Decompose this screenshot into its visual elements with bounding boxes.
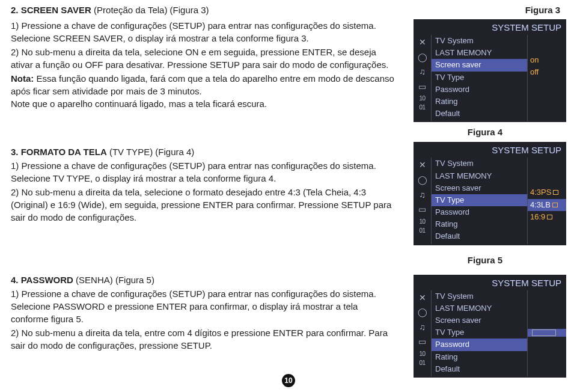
- tools-icon: ✕: [419, 292, 426, 304]
- ten-icon: 10: [419, 219, 425, 225]
- menu-tv-system: TV System: [435, 35, 526, 47]
- menu-tv-type: TV Type: [435, 72, 526, 84]
- aspect-icon: [547, 215, 552, 219]
- music-icon: ♫: [419, 66, 426, 78]
- menu-rating: Rating: [435, 351, 526, 363]
- menu-tv-type: TV Type: [432, 194, 527, 206]
- menu-default: Default: [435, 230, 526, 242]
- section-4-title: 4. PASSWORD: [11, 275, 73, 285]
- ten-icon: 10: [419, 351, 425, 357]
- zeroone-icon: 01: [419, 105, 425, 111]
- section-3-para-1: 1) Pressione a chave de configurações (S…: [11, 159, 395, 185]
- password-entry-box: [532, 329, 556, 336]
- section-2-subtitle: (Proteção da Tela) (Figura 3): [91, 5, 209, 15]
- osd-values: [528, 290, 566, 376]
- section-4-subtitle: (SENHA) (Figura 5): [73, 275, 154, 285]
- menu-tv-type: TV Type: [435, 326, 526, 338]
- value-169: 16:9: [530, 211, 564, 223]
- value-43ps: 4:3PS: [530, 186, 564, 198]
- figure-4-label: Figura 4: [404, 126, 566, 138]
- menu-screen-saver: Screen saver: [432, 59, 527, 71]
- value-on: on: [530, 54, 564, 66]
- section-2-para-2: 2) No sub-menu a direita da tela, seleci…: [11, 46, 395, 71]
- section-3-title: 3. FORMATO DA TELA: [11, 147, 107, 157]
- osd-menu: TV System LAST MEMONY Screen saver TV Ty…: [432, 158, 528, 243]
- menu-password: Password: [432, 338, 527, 351]
- osd-header: SYSTEM SETUP: [414, 19, 566, 35]
- figure-3-label: Figura 3: [404, 4, 566, 16]
- osd-values: 4:3PS 4:3LB 16:9: [528, 158, 566, 243]
- osd-menu: TV System LAST MEMONY Screen saver TV Ty…: [432, 290, 528, 376]
- menu-rating: Rating: [435, 218, 526, 230]
- page-number: 10: [282, 374, 295, 387]
- speech-icon: ◯: [418, 52, 427, 64]
- rect-icon: ▭: [418, 204, 426, 216]
- rect-icon: ▭: [418, 81, 426, 93]
- section-3-subtitle: (TV TYPE) (Figura 4): [107, 147, 195, 157]
- zeroone-icon: 01: [419, 228, 425, 234]
- menu-tv-system: TV System: [435, 158, 526, 170]
- osd-values: on off: [528, 35, 566, 121]
- menu-tv-system: TV System: [435, 290, 526, 302]
- menu-password: Password: [435, 206, 526, 218]
- speech-icon: ◯: [418, 307, 427, 319]
- value-43lb: 4:3LB: [528, 199, 566, 211]
- osd-icon-column: ✕ ◯ ♫ ▭ 10 01: [414, 290, 432, 376]
- section-3-para-2: 2) No sub-menu a direita da tela, seleci…: [11, 186, 395, 224]
- section-4-para-2: 2) No sub-menu a direita da tela, entre …: [11, 326, 395, 352]
- osd-header: SYSTEM SETUP: [414, 142, 566, 158]
- tools-icon: ✕: [419, 159, 426, 171]
- osd-header: SYSTEM SETUP: [414, 275, 566, 290]
- menu-screen-saver: Screen saver: [435, 314, 526, 326]
- menu-screen-saver: Screen saver: [435, 182, 526, 194]
- menu-password: Password: [435, 84, 526, 96]
- zeroone-icon: 01: [419, 360, 425, 366]
- menu-last-memory: LAST MEMONY: [435, 302, 526, 314]
- tools-icon: ✕: [419, 37, 426, 49]
- osd-figure-3: SYSTEM SETUP ✕ ◯ ♫ ▭ 10 01 TV System LAS…: [414, 19, 566, 122]
- aspect-icon: [553, 190, 558, 195]
- menu-last-memory: LAST MEMONY: [435, 170, 526, 182]
- menu-default: Default: [435, 108, 526, 120]
- speech-icon: ◯: [418, 174, 427, 186]
- menu-default: Default: [435, 363, 526, 375]
- music-icon: ♫: [419, 322, 426, 334]
- menu-last-memory: LAST MEMONY: [435, 47, 526, 59]
- value-password-box: [528, 329, 566, 337]
- osd-icon-column: ✕ ◯ ♫ ▭ 10 01: [414, 35, 432, 121]
- figure-5-label: Figura 5: [404, 254, 566, 266]
- section-2-note-label: Nota:: [11, 73, 34, 84]
- menu-rating: Rating: [435, 96, 526, 108]
- music-icon: ♫: [419, 189, 426, 201]
- section-4-para-1: 1) Pressione a chave de configurações (S…: [11, 287, 395, 325]
- osd-figure-5: SYSTEM SETUP ✕ ◯ ♫ ▭ 10 01 TV System LAS…: [414, 275, 566, 378]
- rect-icon: ▭: [418, 336, 426, 348]
- section-2-note-tail: Note que o aparelho continuará ligado, m…: [11, 97, 395, 110]
- value-off: off: [530, 66, 564, 78]
- section-2-para-1: 1) Pressione a chave de configurações (S…: [11, 19, 395, 44]
- aspect-icon: [552, 203, 558, 207]
- section-2-title: 2. SCREEN SAVER: [11, 5, 91, 15]
- ten-icon: 10: [419, 96, 425, 102]
- section-2-note-body: Essa função quando ligada, fará com que …: [11, 73, 394, 96]
- osd-icon-column: ✕ ◯ ♫ ▭ 10 01: [414, 158, 432, 243]
- osd-figure-4: SYSTEM SETUP ✕ ◯ ♫ ▭ 10 01 TV System LAS…: [414, 142, 566, 245]
- osd-menu: TV System LAST MEMONY Screen saver TV Ty…: [432, 35, 528, 121]
